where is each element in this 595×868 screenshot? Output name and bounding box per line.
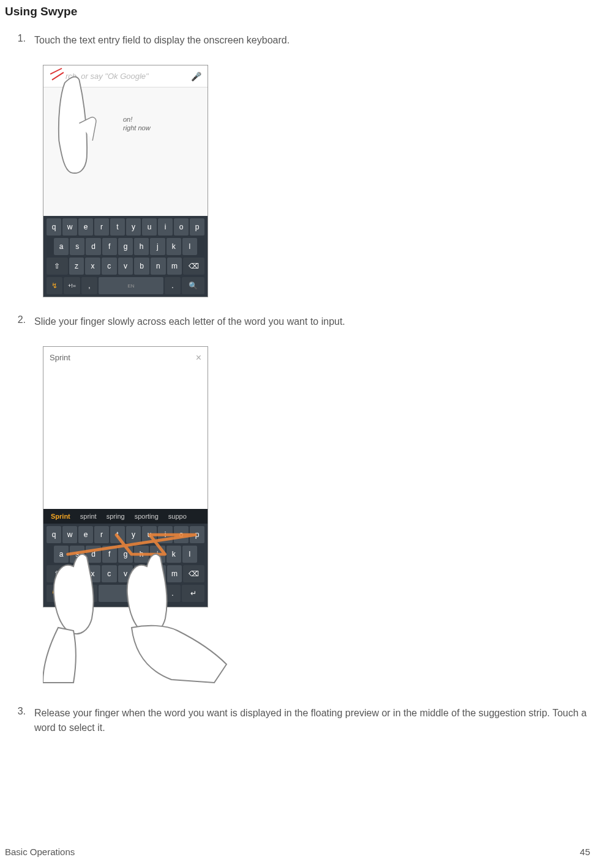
phone-mockup-2: Sprint × Sprint sprint spring sporting s… <box>43 346 208 607</box>
page-footer: Basic Operations 45 <box>5 847 590 857</box>
key-z: z <box>69 258 84 275</box>
key-n: n <box>151 258 166 275</box>
key-g: g <box>118 238 133 255</box>
key-enter: ↵ <box>182 585 204 602</box>
kb-row-1: q w e r t y u i o p <box>46 218 205 236</box>
figure-2: Sprint × Sprint sprint spring sporting s… <box>43 346 590 689</box>
section-title: Using Swype <box>5 5 590 18</box>
key-shift: ⇧ <box>47 258 68 275</box>
key-l: l <box>182 546 197 563</box>
key-p: p <box>190 218 204 236</box>
key-b: b <box>134 258 149 275</box>
key-f: f <box>102 546 117 563</box>
phone-mockup-1: rch, or say "Ok Google" 🎤 No on! right n… <box>43 65 208 297</box>
key-swype: ↯ <box>47 277 62 294</box>
step-3: 3. Release your finger when the word you… <box>5 706 590 735</box>
key-k: k <box>167 238 181 255</box>
bubble-on: on! <box>123 116 132 123</box>
key-v: v <box>118 565 133 582</box>
kb-row-2: a s d f g h j k l <box>46 238 205 255</box>
key-a: a <box>54 238 69 255</box>
key-d: d <box>86 546 100 563</box>
key-c: c <box>102 565 117 582</box>
key-space: EN <box>99 277 163 294</box>
key-g: g <box>118 546 133 563</box>
clear-icon: × <box>196 352 201 363</box>
key-d: d <box>86 238 100 255</box>
key-m: m <box>167 565 182 582</box>
key-space <box>99 585 163 602</box>
page-number: 45 <box>580 847 590 857</box>
key-backspace: ⌫ <box>183 258 204 275</box>
step-text: Touch the text entry field to display th… <box>34 33 590 48</box>
key-r: r <box>94 218 109 236</box>
suggestion: spring <box>102 513 130 520</box>
kb2-row-2: a s d f g h j k l <box>46 546 205 563</box>
suggestion: suppo <box>163 513 192 520</box>
key-c: c <box>102 258 117 275</box>
figure-1: rch, or say "Ok Google" 🎤 No on! right n… <box>43 65 590 297</box>
key-period: . <box>165 585 181 602</box>
keyboard: q w e r t y u i o p a s d f g h <box>43 216 208 297</box>
suggestion: sporting <box>130 513 163 520</box>
kb2-row-1: q w e r t y u i o p <box>46 526 205 543</box>
key-l: l <box>182 238 197 255</box>
key-j: j <box>150 546 165 563</box>
step-text: Release your finger when the word you wa… <box>34 706 590 735</box>
footer-section: Basic Operations <box>5 847 75 857</box>
key-a: a <box>54 546 69 563</box>
key-v: v <box>118 258 133 275</box>
bubble-no: No <box>72 123 80 130</box>
suggestion-active: Sprint <box>46 513 75 520</box>
bubble-rightnow: right now <box>123 124 151 132</box>
key-y: y <box>126 526 141 543</box>
key-z: z <box>69 565 84 582</box>
step-text: Slide your finger slowly across each let… <box>34 314 590 329</box>
step-number: 2. <box>5 314 34 325</box>
key-j: j <box>150 238 165 255</box>
key-symbols: +!= <box>64 277 80 294</box>
typed-text: Sprint <box>50 353 70 362</box>
kb-row-3: ⇧ z x c v b n m ⌫ <box>46 258 205 275</box>
key-q: q <box>47 526 61 543</box>
key-k: k <box>167 546 181 563</box>
key-q: q <box>47 218 61 236</box>
kb-row-4: ↯ +!= , EN . 🔍 <box>46 277 205 294</box>
key-u: u <box>142 218 157 236</box>
key-comma: , <box>81 277 97 294</box>
key-comma: , <box>81 585 97 602</box>
key-t: t <box>110 526 125 543</box>
step-2: 2. Slide your finger slowly across each … <box>5 314 590 329</box>
key-e: e <box>78 526 93 543</box>
key-p: p <box>190 526 204 543</box>
key-u: u <box>142 526 157 543</box>
key-f: f <box>102 238 117 255</box>
key-t: t <box>110 218 125 236</box>
key-x: x <box>85 565 100 582</box>
content-pane: No on! right now <box>43 87 208 216</box>
key-s: s <box>70 546 84 563</box>
suggestion-strip: Sprint sprint spring sporting suppo <box>43 509 208 524</box>
key-h: h <box>134 238 149 255</box>
key-r: r <box>94 526 109 543</box>
key-o: o <box>174 526 189 543</box>
key-e: e <box>78 218 93 236</box>
key-o: o <box>174 218 189 236</box>
step-number: 1. <box>5 33 34 44</box>
kb2-row-3: ⇧ z x c v b n m ⌫ <box>46 565 205 582</box>
key-s: s <box>70 238 84 255</box>
keyboard-2: q w e r t y u i o p a s d f g h <box>43 524 208 607</box>
key-symbols: +!= <box>64 585 80 602</box>
search-placeholder: rch, or say "Ok Google" <box>65 72 149 81</box>
key-n: n <box>151 565 166 582</box>
step-number: 3. <box>5 706 34 717</box>
key-w: w <box>62 526 77 543</box>
mic-icon: 🎤 <box>191 72 201 81</box>
kb2-row-4: ↯ +!= , . ↵ <box>46 585 205 602</box>
search-bar: rch, or say "Ok Google" 🎤 <box>43 65 208 87</box>
key-y: y <box>126 218 141 236</box>
key-search: 🔍 <box>182 277 204 294</box>
suggestion: sprint <box>75 513 102 520</box>
key-x: x <box>85 258 100 275</box>
key-i: i <box>158 526 173 543</box>
